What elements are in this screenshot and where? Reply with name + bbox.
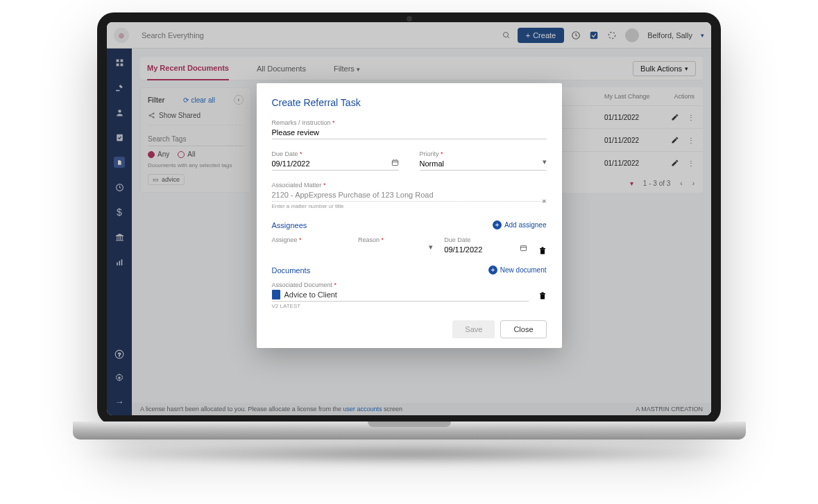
remarks-label: Remarks / Instruction bbox=[272, 119, 547, 126]
due-date-input[interactable] bbox=[272, 157, 399, 171]
create-referral-modal: Create Referral Task Remarks / Instructi… bbox=[257, 83, 562, 348]
svg-rect-37 bbox=[541, 247, 543, 249]
new-document-link[interactable]: + New document bbox=[488, 266, 547, 275]
matter-hint: Enter a matter number or title bbox=[272, 203, 547, 209]
plus-circle-icon: + bbox=[493, 220, 502, 229]
clear-icon[interactable]: × bbox=[542, 197, 546, 205]
matter-input[interactable] bbox=[272, 189, 547, 202]
remarks-input[interactable] bbox=[272, 126, 547, 139]
svg-rect-38 bbox=[540, 295, 545, 299]
assignee-due-input[interactable] bbox=[444, 243, 527, 256]
svg-rect-36 bbox=[540, 248, 545, 250]
assignee-input[interactable] bbox=[272, 243, 347, 256]
trash-icon[interactable] bbox=[538, 291, 547, 301]
reason-label: Reason bbox=[358, 236, 433, 243]
doc-version: V2 LATEST bbox=[272, 303, 529, 309]
app-screen: ◎ + Create Belford, Sally ▾ bbox=[107, 22, 711, 415]
add-assignee-link[interactable]: + Add assignee bbox=[493, 220, 547, 229]
assignees-heading: Assignees bbox=[272, 221, 307, 229]
close-button[interactable]: Close bbox=[500, 320, 546, 338]
save-button[interactable]: Save bbox=[452, 320, 495, 338]
modal-title: Create Referral Task bbox=[272, 97, 547, 108]
priority-select[interactable] bbox=[420, 157, 547, 171]
document-icon bbox=[272, 290, 280, 299]
assoc-doc-label: Associated Document bbox=[272, 281, 529, 288]
documents-heading: Documents bbox=[272, 266, 311, 275]
trash-icon[interactable] bbox=[538, 246, 547, 256]
svg-rect-39 bbox=[540, 293, 545, 295]
add-assignee-label: Add assignee bbox=[504, 221, 547, 229]
plus-circle-icon: + bbox=[488, 266, 497, 275]
new-document-label: New document bbox=[500, 266, 547, 274]
due-date-label: Due Date bbox=[272, 150, 399, 157]
assignee-due-label: Due Date bbox=[444, 236, 527, 243]
svg-rect-33 bbox=[520, 245, 526, 250]
chevron-down-icon[interactable]: ▾ bbox=[429, 243, 433, 252]
svg-rect-40 bbox=[541, 293, 543, 294]
svg-rect-35 bbox=[540, 250, 545, 254]
calendar-icon[interactable] bbox=[391, 159, 399, 166]
calendar-icon[interactable] bbox=[520, 244, 527, 252]
reason-select[interactable] bbox=[358, 243, 433, 256]
svg-rect-29 bbox=[392, 160, 398, 165]
assignee-label: Assignee bbox=[272, 236, 347, 243]
chevron-down-icon[interactable]: ▾ bbox=[543, 157, 547, 166]
priority-label: Priority bbox=[420, 150, 547, 157]
assoc-doc-value: Advice to Client bbox=[284, 290, 337, 299]
matter-label: Associated Matter bbox=[272, 182, 547, 189]
assoc-doc-field[interactable]: Advice to Client bbox=[272, 288, 529, 302]
